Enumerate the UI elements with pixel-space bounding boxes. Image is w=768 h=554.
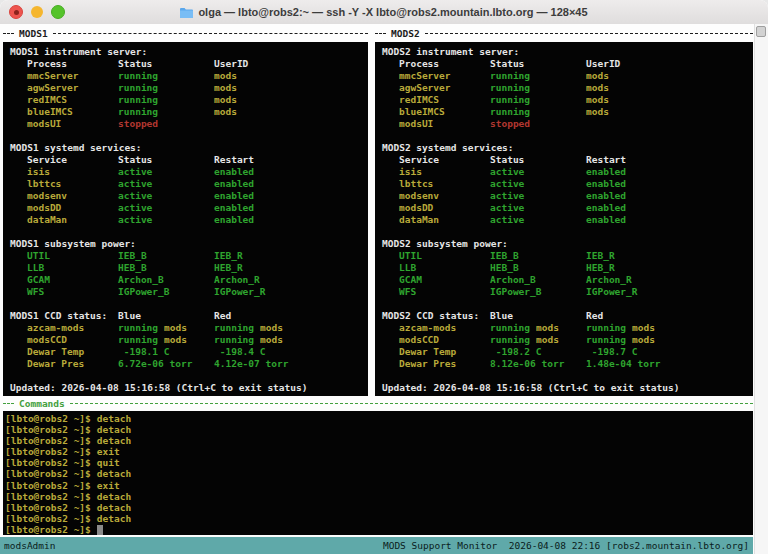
pane-mods2-content[interactable]: MODS2 instrument server:ProcessStatusUse… [375, 42, 753, 396]
column-header: Service [399, 154, 439, 165]
userid-value: mods [632, 322, 655, 333]
power-item: IEB_R [586, 250, 615, 261]
process-name: mmcServer [399, 70, 450, 81]
status-value: active [490, 202, 524, 213]
terminal-line [3, 226, 368, 238]
close-button[interactable] [9, 5, 23, 19]
terminal-line: mmcServerrunningmods [375, 70, 753, 82]
command-text: detach [97, 491, 131, 502]
power-item: LLB [27, 262, 44, 273]
terminal-line: [lbto@robs2 ~]$exit [3, 446, 753, 457]
terminal-line: modsCCDrunningmodsrunningmods [375, 334, 753, 346]
service-name: lbttcs [27, 178, 61, 189]
restart-value: enabled [214, 190, 254, 201]
restart-value: enabled [214, 178, 254, 189]
column-header: Process [27, 58, 67, 69]
userid-value: mods [214, 82, 237, 93]
command-text: detach [97, 413, 131, 424]
prompt: [lbto@robs2 ~]$ [5, 468, 91, 479]
status-value: active [118, 166, 152, 177]
status-value: running [118, 70, 158, 81]
userid-value: mods [536, 322, 559, 333]
command-text: detach [97, 424, 131, 435]
terminal-line: azcam-modsrunningmodsrunningmods [375, 322, 753, 334]
terminal-line: azcam-modsrunningmodsrunningmods [3, 322, 368, 334]
terminal-line: mmcServerrunningmods [3, 70, 368, 82]
status-value: running [118, 94, 158, 105]
terminal-line: MODS1 subsystem power: [3, 238, 368, 250]
terminal-body[interactable]: MODS1 MODS2 MODS1 instrument server:Proc… [0, 24, 768, 554]
scrollbar-track[interactable] [754, 24, 768, 554]
userid-value: mods [164, 334, 187, 345]
terminal-line: MODS2 instrument server: [375, 46, 753, 58]
pane-mods1-content[interactable]: MODS1 instrument server:ProcessStatusUse… [3, 42, 368, 396]
restart-value: enabled [214, 214, 254, 225]
prompt: [lbto@robs2 ~]$ [5, 446, 91, 457]
prompt: [lbto@robs2 ~]$ [5, 457, 91, 468]
terminal-line [375, 130, 753, 142]
power-item: IGPower_B [490, 286, 541, 297]
status-value: active [490, 214, 524, 225]
minimize-button[interactable] [31, 6, 43, 18]
zoom-button[interactable] [51, 5, 65, 19]
process-name: redIMCS [27, 94, 67, 105]
dash-line [375, 33, 386, 34]
terminal-line: GCAMArchon_BArchon_R [375, 274, 753, 286]
terminal-line: Dewar Pres8.12e-06 torr1.48e-04 torr [375, 358, 753, 370]
power-item: Archon_B [490, 274, 536, 285]
dash-line [53, 33, 368, 34]
userid-value: mods [586, 82, 609, 93]
pane-commands-content[interactable]: [lbto@robs2 ~]$detach[lbto@robs2 ~]$deta… [3, 411, 753, 535]
titlebar: olga — lbto@robs2:~ — ssh -Y -X lbto@rob… [0, 0, 768, 25]
updated-line: Updated: 2026-04-08 15:16:58 (Ctrl+C to … [10, 382, 307, 393]
ccd-value: -198.1 C [118, 346, 169, 357]
terminal-line: [lbto@robs2 ~]$ [3, 524, 753, 535]
status-value: running [118, 106, 158, 117]
restart-value: enabled [214, 166, 254, 177]
command-text: exit [97, 446, 120, 457]
userid-value: mods [214, 106, 237, 117]
prompt: [lbto@robs2 ~]$ [5, 502, 91, 513]
userid-value: mods [586, 94, 609, 105]
restart-value: enabled [586, 214, 626, 225]
power-item: Archon_B [118, 274, 164, 285]
userid-value: mods [214, 70, 237, 81]
column-header: Status [118, 154, 152, 165]
power-item: IGPower_R [214, 286, 265, 297]
service-name: modsDD [27, 202, 61, 213]
status-value: stopped [490, 118, 530, 129]
terminal-line: isisactiveenabled [3, 166, 368, 178]
ccd-label: azcam-mods [27, 322, 84, 333]
terminal-line: MODS2 subsystem power: [375, 238, 753, 250]
terminal-line: dataManactiveenabled [375, 214, 753, 226]
ccd-value: running [214, 322, 254, 333]
terminal-window: olga — lbto@robs2:~ — ssh -Y -X lbto@rob… [0, 0, 768, 554]
prompt: [lbto@robs2 ~]$ [5, 491, 91, 502]
power-item: HEB_B [490, 262, 519, 273]
terminal-line: Updated: 2026-04-08 15:16:58 (Ctrl+C to … [375, 382, 753, 394]
dash-line [3, 33, 14, 34]
column-header: Service [27, 154, 67, 165]
tmux-status-bar: modsAdmin MODS Support Monitor 2026-04-0… [0, 537, 753, 554]
column-header: Blue [118, 310, 141, 321]
userid-value: mods [586, 70, 609, 81]
scrollbar-thumb[interactable] [756, 26, 766, 37]
power-item: IGPower_B [118, 286, 169, 297]
ccd-value: -198.2 C [490, 346, 541, 357]
ccd-label: Dewar Temp [27, 346, 84, 357]
terminal-line [375, 370, 753, 382]
restart-value: enabled [586, 190, 626, 201]
process-name: agwServer [27, 82, 78, 93]
power-item: HEB_B [118, 262, 147, 273]
terminal-line: MODS2 CCD status:BlueRed [375, 310, 753, 322]
ccd-value: running [214, 334, 254, 345]
userid-value: mods [586, 106, 609, 117]
ccd-value: 1.48e-04 torr [586, 358, 660, 369]
power-item: WFS [399, 286, 416, 297]
terminal-line: ProcessStatusUserID [3, 58, 368, 70]
status-value: running [490, 82, 530, 93]
column-header: Status [118, 58, 152, 69]
terminal-line: [lbto@robs2 ~]$detach [3, 424, 753, 435]
prompt: [lbto@robs2 ~]$ [5, 413, 91, 424]
command-text: detach [97, 502, 131, 513]
